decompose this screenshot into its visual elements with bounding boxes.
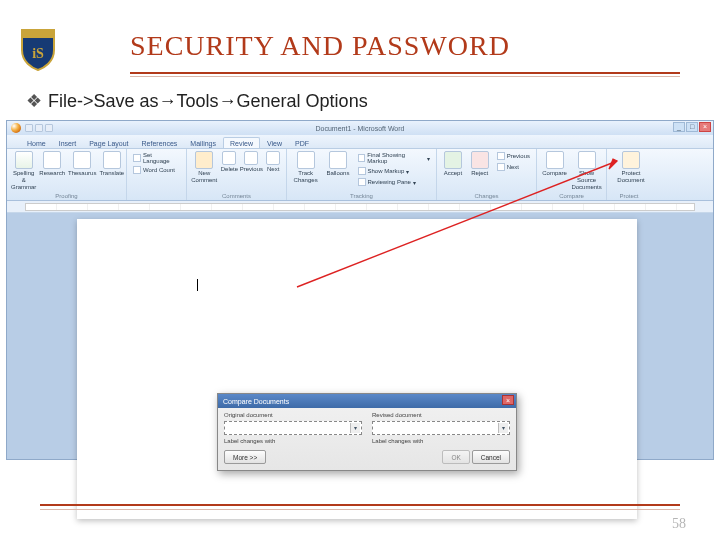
tab-view[interactable]: View	[261, 138, 288, 148]
ok-button[interactable]: OK	[442, 450, 469, 464]
qat-redo-icon[interactable]	[45, 124, 53, 132]
count-icon	[133, 166, 141, 174]
globe-icon	[133, 154, 141, 162]
title-rule	[130, 72, 680, 74]
delete-comment-button[interactable]: Delete	[221, 151, 239, 184]
group-language: Set Language Word Count	[127, 149, 187, 200]
new-comment-button[interactable]: New Comment	[191, 151, 218, 184]
cancel-button[interactable]: Cancel	[472, 450, 510, 464]
chevron-down-icon: ▾	[350, 423, 360, 433]
document-area: Compare Documents × Original document ▾ …	[7, 213, 713, 459]
abc-check-icon	[15, 151, 33, 169]
svg-text:iS: iS	[32, 46, 44, 61]
more-button[interactable]: More >>	[224, 450, 266, 464]
slide-title: SECURITY AND PASSWORD	[130, 30, 510, 62]
annotation-arrow-icon	[287, 147, 647, 297]
tab-insert[interactable]: Insert	[53, 138, 83, 148]
revised-doc-label: Revised document	[372, 412, 510, 418]
thesaurus-button[interactable]: Thesaurus	[68, 151, 96, 191]
footer-rule	[40, 504, 680, 506]
tab-home[interactable]: Home	[21, 138, 52, 148]
group-proofing: Spelling & Grammar Research Thesaurus Tr…	[7, 149, 127, 200]
delete-icon	[222, 151, 236, 165]
slide-number: 58	[672, 516, 686, 532]
translate-button[interactable]: Translate	[99, 151, 124, 191]
prev-icon	[244, 151, 258, 165]
bullet-line: ❖File->Save as→Tools→General Options	[26, 90, 368, 112]
thesaurus-icon	[73, 151, 91, 169]
tab-references[interactable]: References	[136, 138, 184, 148]
qat-save-icon[interactable]	[25, 124, 33, 132]
next-comment-button[interactable]: Next	[264, 151, 282, 184]
revised-doc-dropdown[interactable]: ▾	[372, 421, 510, 435]
diamond-bullet-icon: ❖	[26, 91, 42, 111]
word-window: Document1 - Microsoft Word _ □ × Home In…	[6, 120, 714, 460]
group-label: Proofing	[7, 193, 126, 199]
translate-icon	[103, 151, 121, 169]
set-language-button[interactable]: Set Language	[131, 151, 182, 165]
footer-rule-shadow	[40, 509, 680, 510]
new-comment-icon	[195, 151, 213, 169]
compare-dialog: Compare Documents × Original document ▾ …	[217, 393, 517, 471]
minimize-button[interactable]: _	[673, 122, 685, 132]
window-controls: _ □ ×	[673, 122, 711, 132]
group-comments: New Comment Delete Previous Next Comment…	[187, 149, 287, 200]
text-cursor	[197, 279, 198, 291]
original-doc-label: Original document	[224, 412, 362, 418]
research-button[interactable]: Research	[39, 151, 65, 191]
tab-review[interactable]: Review	[223, 137, 260, 148]
title-rule-shadow	[130, 76, 680, 77]
tab-mailings[interactable]: Mailings	[184, 138, 222, 148]
research-icon	[43, 151, 61, 169]
window-title: Document1 - Microsoft Word	[316, 125, 405, 132]
label-changes-label: Label changes with	[224, 438, 275, 444]
dialog-title: Compare Documents	[223, 398, 289, 405]
group-label: Comments	[187, 193, 286, 199]
close-button[interactable]: ×	[699, 122, 711, 132]
bullet-text: File->Save as→Tools→General Options	[48, 91, 368, 111]
logo-shield-icon: iS	[20, 28, 56, 72]
dialog-titlebar: Compare Documents ×	[218, 394, 516, 408]
titlebar: Document1 - Microsoft Word _ □ ×	[7, 121, 713, 135]
spelling-button[interactable]: Spelling & Grammar	[11, 151, 36, 191]
tab-page-layout[interactable]: Page Layout	[83, 138, 134, 148]
label-changes-label: Label changes with	[372, 438, 423, 444]
quick-access-toolbar	[25, 124, 53, 132]
next-icon	[266, 151, 280, 165]
dialog-close-button[interactable]: ×	[502, 395, 514, 405]
word-count-button[interactable]: Word Count	[131, 165, 182, 175]
chevron-down-icon: ▾	[498, 423, 508, 433]
qat-undo-icon[interactable]	[35, 124, 43, 132]
prev-comment-button[interactable]: Previous	[241, 151, 261, 184]
maximize-button[interactable]: □	[686, 122, 698, 132]
original-doc-dropdown[interactable]: ▾	[224, 421, 362, 435]
svg-line-1	[297, 161, 617, 287]
office-button[interactable]	[11, 123, 21, 133]
